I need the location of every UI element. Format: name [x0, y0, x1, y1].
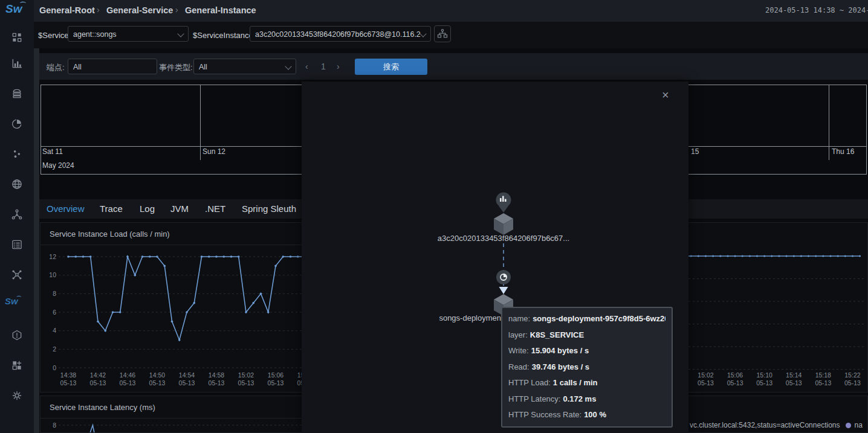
service-instance-select[interactable]: a3c20c020133453f864206f97b6c6738@10.116.…: [250, 26, 431, 42]
tab-log[interactable]: Log: [140, 204, 155, 214]
service-select[interactable]: agent::songs: [68, 26, 189, 42]
tab-overview[interactable]: Overview: [47, 204, 85, 214]
svg-text:0: 0: [53, 364, 56, 371]
svg-text:05-13: 05-13: [149, 379, 166, 386]
tooltip-value: 39.746 bytes / s: [532, 362, 589, 371]
svg-text:15:02: 15:02: [698, 371, 713, 379]
svg-text:05-13: 05-13: [120, 379, 136, 386]
top-header: General-Root › General-Service › General…: [34, 0, 868, 22]
node-label-instance: a3c20c020133453f864206f97b6c67...: [438, 234, 569, 243]
breadcrumb-separator: ›: [97, 5, 100, 14]
page-prev-button[interactable]: ‹: [305, 62, 308, 71]
edge-arrow-icon: [499, 287, 508, 294]
svg-text:14:46: 14:46: [120, 371, 135, 379]
layers-icon[interactable]: [11, 88, 23, 100]
page-number: 1: [321, 62, 326, 71]
svg-text:05-13: 05-13: [756, 379, 772, 386]
svg-text:05-13: 05-13: [786, 379, 802, 386]
svg-text:05-13: 05-13: [179, 379, 195, 386]
pie-chart-icon[interactable]: [11, 118, 23, 130]
svg-text:05-13: 05-13: [727, 379, 743, 386]
service-instance-node[interactable]: [494, 213, 513, 235]
logo-swoosh-small: ⌒: [16, 295, 22, 303]
legend-text: vc.cluster.local:5432,status=activeConne…: [690, 421, 840, 429]
endpoint-label: 端点:: [47, 62, 65, 73]
network-icon[interactable]: [11, 269, 23, 281]
tab-dotnet[interactable]: .NET: [205, 204, 225, 214]
tooltip-row: name:songs-deployment-957c9f8d5-6wz26: [508, 311, 666, 327]
event-type-select[interactable]: All: [193, 59, 296, 74]
tab-jvm[interactable]: JVM: [170, 204, 189, 214]
tooltip-row: HTTP Load:1 calls / min: [508, 375, 666, 391]
service-label: $Service: [38, 31, 69, 40]
svg-text:6: 6: [53, 309, 56, 316]
globe-icon[interactable]: [11, 178, 23, 190]
bar-chart-icon[interactable]: [11, 57, 23, 69]
page-next-button[interactable]: ›: [337, 62, 340, 71]
chevron-down-icon: [285, 63, 291, 69]
skywalking-logo[interactable]: Sw⌒: [5, 2, 22, 16]
widgets-plus-icon[interactable]: [11, 359, 23, 371]
event-type-label: 事件类型:: [159, 62, 193, 73]
chevron-down-icon: [177, 30, 184, 37]
tooltip-value: 15.904 bytes / s: [531, 346, 589, 355]
tab-spring-sleuth[interactable]: Spring Sleuth: [242, 204, 296, 214]
timeline-day-label: Sat 11: [42, 147, 63, 156]
tooltip-row: Write:15.904 bytes / s: [508, 343, 666, 359]
service-value: agent::songs: [73, 30, 117, 39]
scatter-icon[interactable]: [11, 148, 23, 160]
svg-text:05-13: 05-13: [60, 379, 77, 386]
tooltip-label: Write:: [508, 346, 529, 355]
gear-icon[interactable]: [11, 390, 23, 402]
svg-text:14:58: 14:58: [209, 371, 224, 379]
timeline-month-label: May 2024: [42, 161, 74, 170]
instance-topology-modal: ×: [302, 82, 688, 433]
k8s-service-pin-icon: [496, 270, 511, 284]
tooltip-label: HTTP Load:: [508, 378, 551, 387]
svg-text:05-13: 05-13: [209, 379, 225, 386]
timeline-day-separator: [829, 85, 829, 160]
svg-text:15:22: 15:22: [844, 371, 860, 379]
tab-trace[interactable]: Trace: [100, 204, 123, 214]
instance-topology-button[interactable]: [434, 25, 451, 42]
list-icon[interactable]: [11, 239, 23, 251]
svg-text:15:18: 15:18: [815, 371, 831, 379]
tooltip-value: K8S_SERVICE: [530, 330, 584, 339]
svg-text:15:02: 15:02: [238, 371, 254, 379]
shield-alert-icon[interactable]: [11, 329, 23, 341]
svg-text:15:10: 15:10: [757, 371, 772, 379]
breadcrumb-instance[interactable]: General-Instance: [185, 5, 256, 15]
svg-text:15:14: 15:14: [786, 371, 802, 379]
svg-text:14:38: 14:38: [60, 371, 76, 379]
timeline-day-label: Thu 16: [832, 147, 854, 156]
hierarchy-icon: [436, 28, 449, 40]
breadcrumb-root[interactable]: General-Root: [39, 5, 95, 15]
tooltip-value: songs-deployment-957c9f8d5-6wz26: [533, 314, 666, 323]
search-button[interactable]: 搜索: [355, 59, 427, 75]
svg-text:05-13: 05-13: [698, 379, 714, 386]
service-instance-label: $ServiceInstance: [193, 31, 253, 40]
tooltip-label: HTTP Latency:: [508, 394, 560, 403]
tooltip-row: HTTP Latency:0.172 ms: [508, 391, 666, 408]
dashboard-icon[interactable]: [11, 31, 23, 43]
tooltip-value: 1 calls / min: [553, 378, 598, 387]
breadcrumb-service[interactable]: General-Service: [106, 5, 173, 15]
metric-legend[interactable]: vc.cluster.local:5432,status=activeConne…: [690, 421, 863, 429]
tooltip-label: Read:: [508, 362, 530, 371]
timeline-day-label: 15: [691, 147, 699, 156]
content-left-gutter: [34, 48, 39, 433]
molecule-topology-icon[interactable]: [11, 208, 23, 220]
svg-text:14:54: 14:54: [179, 371, 195, 379]
svg-text:2: 2: [53, 345, 56, 353]
svg-text:15:06: 15:06: [268, 371, 283, 379]
timeline-day-label: Sun 12: [202, 147, 225, 156]
endpoint-input[interactable]: All: [68, 59, 157, 74]
svg-text:15:06: 15:06: [727, 371, 743, 379]
skywalking-logo-small[interactable]: Sw⌒: [5, 296, 18, 306]
chevron-down-icon: [419, 30, 426, 37]
tooltip-value: 0.172 ms: [563, 394, 596, 403]
time-range-picker[interactable]: 2024-05-13 14:38 ~ 2024-05: [765, 6, 868, 14]
selector-row: $Service agent::songs $ServiceInstance a…: [34, 22, 868, 48]
tooltip-label: name:: [508, 314, 530, 323]
service-instance-pin-icon: [496, 193, 511, 213]
